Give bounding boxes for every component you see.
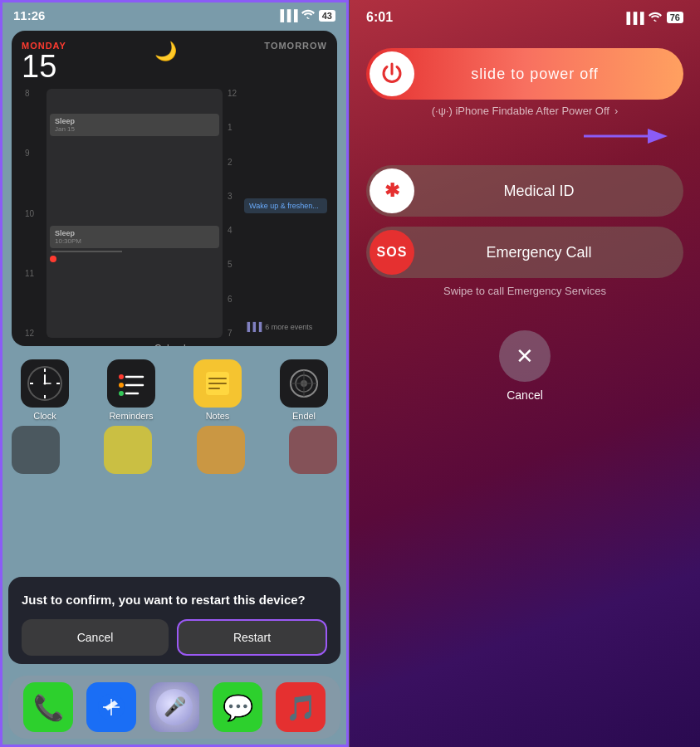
dock-messages[interactable]: 💬 bbox=[213, 682, 262, 732]
reminders-label: Reminders bbox=[109, 411, 153, 421]
status-bar-left: 11:26 ▐▐▐ 43 bbox=[0, 0, 349, 26]
power-knob bbox=[370, 51, 414, 96]
right-time: 6:01 bbox=[366, 10, 393, 25]
endel-label: Endel bbox=[292, 411, 316, 421]
cal-wake-event: Wake up & freshen... bbox=[244, 198, 327, 213]
dock-phone[interactable]: 📞 bbox=[23, 682, 73, 732]
sos-label: Emergency Call bbox=[414, 244, 680, 261]
cal-sleep-line bbox=[51, 251, 122, 252]
cal-events-col: Sleep Jan 15 Sleep 10:30PM bbox=[47, 89, 223, 338]
medical-id-slider[interactable]: ✱ Medical ID bbox=[366, 165, 683, 217]
left-status-icons: ▐▐▐ 43 bbox=[277, 9, 335, 22]
battery-left: 43 bbox=[319, 10, 335, 22]
moon-icon: 🌙 bbox=[154, 41, 177, 62]
purple-arrow-icon bbox=[575, 124, 675, 149]
right-battery: 76 bbox=[667, 12, 683, 23]
calendar-widget: MONDAY 15 🌙 TOMORROW 8 9 10 11 12 Sleep … bbox=[12, 31, 337, 346]
right-wifi-icon bbox=[649, 10, 662, 25]
swipe-text: Swipe to call Emergency Services bbox=[350, 285, 700, 297]
chevron-right-icon: › bbox=[614, 105, 618, 117]
dock: 📞 🎤 💬 🎵 bbox=[8, 676, 340, 739]
dock-siri[interactable]: 🎤 bbox=[149, 682, 199, 732]
cal-sleep2-event: Sleep 10:30PM bbox=[50, 226, 219, 248]
restart-button[interactable]: Restart bbox=[177, 619, 327, 656]
power-label: slide to power off bbox=[414, 66, 680, 83]
svg-point-7 bbox=[44, 383, 47, 385]
right-phone-screen: 6:01 ▐▐▐ 76 slide to power off (·ψ·) iPh… bbox=[350, 0, 700, 747]
restart-dialog: Just to confirm, you want to restart thi… bbox=[8, 577, 340, 665]
x-icon: ✕ bbox=[516, 344, 534, 369]
cancel-button[interactable]: Cancel bbox=[22, 619, 169, 656]
cal-tomorrow-col: Wake up & freshen... ▐▐▐ 6 more events bbox=[244, 89, 327, 338]
svg-point-8 bbox=[119, 374, 124, 379]
cancel-label: Cancel bbox=[507, 388, 543, 402]
cal-date: 15 bbox=[22, 51, 66, 82]
clock-label: Clock bbox=[33, 411, 56, 421]
notes-label: Notes bbox=[206, 411, 230, 421]
cancel-section: ✕ Cancel bbox=[350, 330, 700, 402]
right-signal-icon: ▐▐▐ bbox=[623, 12, 644, 24]
cal-more-events: ▐▐▐ 6 more events bbox=[244, 322, 312, 331]
cal-sleep-event: Sleep Jan 15 bbox=[50, 114, 219, 136]
arrow-annotation bbox=[350, 124, 700, 149]
svg-point-9 bbox=[119, 383, 124, 388]
cal-tomorrow-label: TOMORROW bbox=[264, 41, 327, 51]
app-notes[interactable]: Notes bbox=[184, 359, 251, 421]
dialog-buttons: Cancel Restart bbox=[22, 619, 327, 656]
app-grid: Clock Reminders bbox=[0, 354, 349, 426]
wifi-icon bbox=[301, 9, 315, 22]
sos-badge: SOS bbox=[377, 245, 408, 260]
svg-point-10 bbox=[119, 391, 124, 396]
cal-num-col: 12 1 2 3 4 5 6 7 bbox=[228, 89, 239, 338]
findable-text: (·ψ·) iPhone Findable After Power Off bbox=[432, 105, 609, 117]
app-endel[interactable]: Endel bbox=[271, 359, 337, 421]
left-time: 11:26 bbox=[13, 8, 45, 22]
cal-time-col: 8 9 10 11 12 bbox=[22, 89, 42, 338]
status-bar-right: 6:01 ▐▐▐ 76 bbox=[350, 0, 700, 28]
medical-label: Medical ID bbox=[414, 183, 680, 200]
sos-knob: SOS bbox=[370, 230, 414, 275]
dock-safari[interactable] bbox=[86, 682, 136, 732]
power-off-slider[interactable]: slide to power off bbox=[366, 48, 683, 100]
cal-footer: Calendar bbox=[22, 343, 327, 346]
cal-red-dot bbox=[50, 256, 56, 262]
medical-knob: ✱ bbox=[370, 168, 414, 213]
dock-music[interactable]: 🎵 bbox=[276, 682, 326, 732]
cancel-circle-button[interactable]: ✕ bbox=[499, 330, 551, 382]
left-phone-screen: 11:26 ▐▐▐ 43 MONDAY 15 🌙 TOMORROW 8 9 bbox=[0, 0, 350, 747]
right-status-icons: ▐▐▐ 76 bbox=[623, 10, 683, 25]
signal-icon: ▐▐▐ bbox=[277, 9, 297, 22]
sos-emergency-slider[interactable]: SOS Emergency Call bbox=[366, 227, 683, 278]
app-clock[interactable]: Clock bbox=[12, 359, 78, 421]
dialog-title: Just to confirm, you want to restart thi… bbox=[22, 592, 327, 608]
findable-row: (·ψ·) iPhone Findable After Power Off › bbox=[350, 105, 700, 117]
app-reminders[interactable]: Reminders bbox=[98, 359, 164, 421]
app-grid-partial bbox=[0, 426, 349, 481]
